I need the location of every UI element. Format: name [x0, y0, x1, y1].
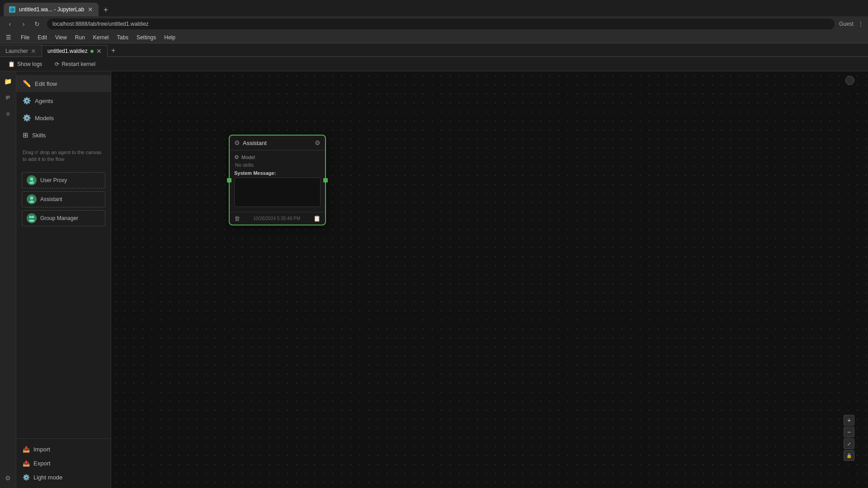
svg-point-7 — [29, 216, 32, 218]
show-logs-label: Show logs — [17, 61, 42, 67]
browser-chrome: 🔵 untitled1.wa... - JupyterLab ✕ + ‹ › ↻… — [0, 0, 868, 32]
user-proxy-avatar — [27, 175, 37, 185]
user-proxy-label: User Proxy — [40, 177, 67, 183]
browser-tab-title: untitled1.wa... - JupyterLab — [19, 6, 84, 13]
restart-icon: ⟳ — [55, 61, 59, 67]
nav-buttons: ‹ › ↻ — [5, 19, 42, 29]
menu-run[interactable]: Run — [71, 33, 89, 42]
browser-tab-active[interactable]: 🔵 untitled1.wa... - JupyterLab ✕ — [4, 3, 99, 16]
assistant-label: Assistant — [40, 196, 62, 202]
tab-launcher[interactable]: Launcher ✕ — [0, 45, 42, 56]
menu-file[interactable]: File — [17, 33, 33, 42]
reload-button[interactable]: ↻ — [32, 19, 42, 29]
drag-hint: Drag n' drop an agent to the canvas to a… — [16, 144, 111, 169]
sidebar-nav: ✏️ Edit flow ⚙️ Agents ⚙️ Models ⊞ Skill… — [16, 71, 111, 438]
node-header: ⚙ Assistant ⚙ — [230, 136, 325, 150]
import-icon: 📥 — [23, 446, 30, 453]
node-timestamp: 10/26/2024 5:35:48 PM — [253, 216, 300, 221]
light-mode-button[interactable]: ⚙️ Light mode — [16, 470, 111, 484]
menu-edit[interactable]: Edit — [34, 33, 51, 42]
edit-flow-icon: ✏️ — [23, 80, 31, 88]
url-input[interactable]: localhost:8888/lab/tree/untitled1.waldie… — [47, 19, 835, 29]
browser-actions: Guest ⋮ — [839, 21, 863, 27]
model-icon: ⚙ — [234, 154, 239, 160]
extensions-icon[interactable]: ⋮ — [858, 21, 863, 27]
sidebar-item-agents[interactable]: ⚙️ Agents — [16, 92, 111, 109]
canvas-background — [111, 71, 868, 488]
node-copy-icon[interactable]: 📋 — [313, 215, 321, 222]
profile-icon[interactable]: Guest — [839, 21, 854, 27]
node-header-icon: ⚙ — [234, 139, 240, 146]
new-tab-button[interactable]: + — [99, 4, 112, 16]
menu-kernel[interactable]: Kernel — [90, 33, 113, 42]
system-message-label: System Message: — [234, 170, 321, 176]
tab-waldiez[interactable]: untitled1.waldiez ✕ — [42, 45, 108, 57]
browser-tab-close[interactable]: ✕ — [88, 6, 93, 13]
zoom-in-button[interactable]: + — [844, 415, 854, 426]
activity-list-icon[interactable]: ≡ — [2, 108, 14, 120]
export-label: Export — [33, 460, 51, 467]
activity-files-icon[interactable]: 📁 — [2, 75, 14, 88]
tab-launcher-label: Launcher — [5, 48, 28, 54]
show-logs-button[interactable]: 📋 Show logs — [5, 60, 45, 69]
toolbar: 📋 Show logs ⟳ Restart kernel — [0, 57, 868, 71]
tab-waldiez-close[interactable]: ✕ — [96, 47, 102, 55]
tab-launcher-close[interactable]: ✕ — [31, 47, 36, 55]
menu-settings[interactable]: Settings — [133, 33, 160, 42]
sidebar: ✏️ Edit flow ⚙️ Agents ⚙️ Models ⊞ Skill… — [16, 71, 111, 488]
activity-bar: 📁 IP ≡ ⚙ — [0, 71, 16, 488]
group-manager-label: Group Manager — [40, 215, 78, 221]
activity-ip-icon[interactable]: IP — [2, 91, 14, 104]
svg-point-5 — [30, 196, 33, 199]
edit-flow-label: Edit flow — [35, 80, 57, 87]
model-label: Model — [241, 155, 255, 160]
assistant-flow-node[interactable]: ⚙ Assistant ⚙ ⚙ Model No skills System M… — [229, 135, 326, 225]
show-logs-icon: 📋 — [8, 61, 15, 67]
system-message-input[interactable] — [234, 178, 321, 207]
activity-extensions-icon[interactable]: ⚙ — [2, 472, 14, 484]
node-handle-right[interactable] — [323, 178, 328, 183]
zoom-fit-button[interactable]: ⤢ — [844, 438, 854, 449]
forward-button[interactable]: › — [18, 19, 29, 29]
assistant-avatar — [27, 194, 37, 204]
main-layout: 📁 IP ≡ ⚙ ✏️ Edit flow ⚙️ Agents ⚙️ Model… — [0, 71, 868, 488]
node-delete-icon[interactable]: 🗑 — [234, 215, 240, 222]
skills-label: Skills — [32, 132, 46, 139]
sidebar-item-models[interactable]: ⚙️ Models — [16, 109, 111, 127]
agent-card-user-proxy[interactable]: User Proxy — [22, 172, 105, 188]
node-settings-icon[interactable]: ⚙ — [315, 139, 321, 146]
node-title: Assistant — [243, 140, 267, 146]
node-skills: No skills — [234, 162, 321, 168]
canvas-circle-button[interactable] — [845, 76, 854, 85]
agent-card-group-manager[interactable]: Group Manager — [22, 210, 105, 226]
node-handle-left[interactable] — [227, 178, 231, 183]
address-bar: ‹ › ↻ localhost:8888/lab/tree/untitled1.… — [0, 16, 868, 32]
hamburger-menu[interactable]: ☰ — [4, 33, 14, 42]
zoom-out-button[interactable]: − — [844, 427, 854, 437]
export-button[interactable]: 📤 Export — [16, 456, 111, 470]
tab-bar: 🔵 untitled1.wa... - JupyterLab ✕ + — [0, 0, 868, 16]
agent-card-assistant[interactable]: Assistant — [22, 191, 105, 207]
zoom-lock-button[interactable]: 🔒 — [844, 450, 854, 461]
add-tab-button[interactable]: + — [108, 45, 119, 56]
restart-kernel-button[interactable]: ⟳ Restart kernel — [52, 60, 98, 69]
agents-icon: ⚙️ — [23, 97, 31, 105]
models-label: Models — [35, 115, 54, 122]
group-manager-avatar — [27, 213, 37, 223]
menu-help[interactable]: Help — [160, 33, 179, 42]
sidebar-item-edit-flow[interactable]: ✏️ Edit flow — [16, 75, 111, 92]
import-button[interactable]: 📥 Import — [16, 442, 111, 456]
sidebar-bottom: 📥 Import 📤 Export ⚙️ Light mode — [16, 438, 111, 488]
node-footer: 🗑 10/26/2024 5:35:48 PM 📋 — [230, 212, 325, 225]
zoom-controls: + − ⤢ 🔒 — [844, 415, 854, 461]
sidebar-item-skills[interactable]: ⊞ Skills — [16, 127, 111, 144]
menu-view[interactable]: View — [52, 33, 71, 42]
node-header-left: ⚙ Assistant — [234, 139, 267, 146]
back-button[interactable]: ‹ — [5, 19, 15, 29]
canvas-area[interactable]: ⚙ Assistant ⚙ ⚙ Model No skills System M… — [111, 71, 868, 488]
light-mode-icon: ⚙️ — [23, 474, 30, 481]
menu-tabs[interactable]: Tabs — [113, 33, 132, 42]
node-body: ⚙ Model No skills System Message: — [230, 150, 325, 212]
svg-point-0 — [30, 177, 33, 180]
import-label: Import — [33, 446, 50, 453]
